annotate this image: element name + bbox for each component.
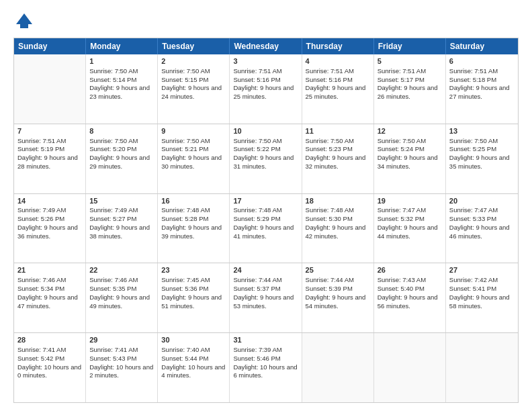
sunrise: Sunrise: 7:51 AM (17, 137, 66, 144)
daylight: Daylight: 9 hours and 27 minutes. (449, 84, 510, 100)
day-number: 19 (378, 196, 442, 206)
sunset: Sunset: 5:32 PM (378, 215, 425, 222)
calendar-cell: 4Sunrise: 7:51 AMSunset: 5:16 PMDaylight… (302, 54, 374, 124)
sunset: Sunset: 5:17 PM (378, 76, 425, 83)
sunset: Sunset: 5:43 PM (89, 355, 136, 362)
sunset: Sunset: 5:42 PM (17, 355, 64, 362)
calendar-cell: 15Sunrise: 7:49 AMSunset: 5:27 PMDayligh… (86, 194, 158, 263)
daylight: Daylight: 9 hours and 44 minutes. (378, 224, 438, 240)
sunset: Sunset: 5:19 PM (17, 145, 64, 152)
sunrise: Sunrise: 7:50 AM (89, 67, 138, 75)
daylight: Daylight: 9 hours and 32 minutes. (306, 154, 366, 170)
day-number: 21 (17, 265, 82, 275)
daylight: Daylight: 9 hours and 51 minutes. (161, 293, 222, 310)
day-number: 12 (378, 126, 442, 136)
calendar-cell: 20Sunrise: 7:47 AMSunset: 5:33 PMDayligh… (446, 194, 518, 263)
calendar-cell: 12Sunrise: 7:50 AMSunset: 5:24 PMDayligh… (374, 124, 446, 193)
daylight: Daylight: 9 hours and 53 minutes. (233, 293, 294, 310)
page: SundayMondayTuesdayWednesdayThursdayFrid… (0, 0, 532, 411)
calendar-cell: 5Sunrise: 7:51 AMSunset: 5:17 PMDaylight… (374, 54, 446, 124)
calendar-row: 28Sunrise: 7:41 AMSunset: 5:42 PMDayligh… (14, 332, 518, 402)
sunrise: Sunrise: 7:50 AM (233, 137, 281, 144)
day-number: 14 (17, 196, 82, 206)
daylight: Daylight: 9 hours and 46 minutes. (449, 224, 510, 240)
sunset: Sunset: 5:14 PM (89, 76, 136, 83)
svg-marker-0 (16, 13, 32, 24)
sunset: Sunset: 5:26 PM (17, 215, 64, 222)
daylight: Daylight: 9 hours and 36 minutes. (17, 224, 78, 240)
daylight: Daylight: 9 hours and 39 minutes. (161, 224, 222, 240)
sunrise: Sunrise: 7:41 AM (89, 346, 138, 353)
calendar-row: 14Sunrise: 7:49 AMSunset: 5:26 PMDayligh… (14, 193, 518, 263)
sunset: Sunset: 5:24 PM (378, 145, 425, 152)
sunset: Sunset: 5:44 PM (161, 355, 208, 362)
calendar-cell: 13Sunrise: 7:50 AMSunset: 5:25 PMDayligh… (446, 124, 518, 193)
calendar-row: 21Sunrise: 7:46 AMSunset: 5:34 PMDayligh… (14, 263, 518, 332)
header-cell-friday: Friday (374, 38, 446, 54)
daylight: Daylight: 9 hours and 25 minutes. (233, 84, 294, 100)
calendar-cell: 8Sunrise: 7:50 AMSunset: 5:20 PMDaylight… (86, 124, 158, 193)
calendar-cell: 31Sunrise: 7:39 AMSunset: 5:46 PMDayligh… (230, 333, 302, 402)
day-number: 31 (233, 335, 298, 345)
sunset: Sunset: 5:25 PM (449, 145, 496, 152)
header-cell-saturday: Saturday (446, 38, 518, 54)
header-cell-monday: Monday (86, 38, 158, 54)
sunrise: Sunrise: 7:45 AM (161, 276, 210, 283)
sunset: Sunset: 5:28 PM (161, 215, 208, 222)
sunrise: Sunrise: 7:51 AM (233, 67, 281, 75)
sunset: Sunset: 5:16 PM (306, 76, 353, 83)
daylight: Daylight: 9 hours and 56 minutes. (378, 293, 438, 310)
sunrise: Sunrise: 7:49 AM (17, 206, 66, 214)
day-number: 11 (306, 126, 370, 136)
sunset: Sunset: 5:21 PM (161, 145, 208, 152)
sunset: Sunset: 5:40 PM (378, 285, 425, 292)
daylight: Daylight: 9 hours and 31 minutes. (233, 154, 294, 170)
calendar-cell: 11Sunrise: 7:50 AMSunset: 5:23 PMDayligh… (302, 124, 374, 193)
sunrise: Sunrise: 7:50 AM (161, 137, 210, 144)
day-number: 28 (17, 335, 82, 345)
calendar-cell: 30Sunrise: 7:40 AMSunset: 5:44 PMDayligh… (158, 333, 230, 402)
day-number: 22 (89, 265, 154, 275)
sunset: Sunset: 5:34 PM (17, 285, 64, 292)
daylight: Daylight: 9 hours and 58 minutes. (449, 293, 510, 310)
day-number: 20 (449, 196, 515, 206)
day-number: 16 (161, 196, 226, 206)
calendar-cell (302, 333, 374, 402)
sunset: Sunset: 5:27 PM (89, 215, 136, 222)
day-number: 18 (306, 196, 370, 206)
sunset: Sunset: 5:39 PM (306, 285, 353, 292)
calendar-cell: 14Sunrise: 7:49 AMSunset: 5:26 PMDayligh… (14, 194, 86, 263)
sunset: Sunset: 5:18 PM (449, 76, 496, 83)
calendar-cell: 6Sunrise: 7:51 AMSunset: 5:18 PMDaylight… (446, 54, 518, 124)
day-number: 13 (449, 126, 515, 136)
calendar-cell: 19Sunrise: 7:47 AMSunset: 5:32 PMDayligh… (374, 194, 446, 263)
daylight: Daylight: 9 hours and 49 minutes. (89, 293, 150, 310)
calendar-cell: 17Sunrise: 7:48 AMSunset: 5:29 PMDayligh… (230, 194, 302, 263)
svg-rect-1 (20, 24, 28, 28)
day-number: 9 (161, 126, 226, 136)
calendar-row: 1Sunrise: 7:50 AMSunset: 5:14 PMDaylight… (14, 54, 518, 124)
calendar-cell: 21Sunrise: 7:46 AMSunset: 5:34 PMDayligh… (14, 263, 86, 332)
sunset: Sunset: 5:29 PM (233, 215, 280, 222)
day-number: 7 (17, 126, 82, 136)
sunset: Sunset: 5:37 PM (233, 285, 280, 292)
day-number: 23 (161, 265, 226, 275)
calendar-cell: 28Sunrise: 7:41 AMSunset: 5:42 PMDayligh… (14, 333, 86, 402)
sunset: Sunset: 5:30 PM (306, 215, 353, 222)
daylight: Daylight: 10 hours and 6 minutes. (233, 363, 297, 379)
sunrise: Sunrise: 7:51 AM (306, 67, 354, 75)
day-number: 27 (449, 265, 515, 275)
day-number: 8 (89, 126, 154, 136)
daylight: Daylight: 9 hours and 42 minutes. (306, 224, 366, 240)
sunrise: Sunrise: 7:50 AM (89, 137, 138, 144)
sunrise: Sunrise: 7:46 AM (17, 276, 66, 283)
calendar-cell: 22Sunrise: 7:46 AMSunset: 5:35 PMDayligh… (86, 263, 158, 332)
calendar: SundayMondayTuesdayWednesdayThursdayFrid… (13, 38, 519, 403)
sunrise: Sunrise: 7:44 AM (233, 276, 281, 283)
sunrise: Sunrise: 7:50 AM (449, 137, 498, 144)
daylight: Daylight: 9 hours and 47 minutes. (17, 293, 78, 310)
calendar-cell: 25Sunrise: 7:44 AMSunset: 5:39 PMDayligh… (302, 263, 374, 332)
sunrise: Sunrise: 7:48 AM (161, 206, 210, 214)
calendar-header: SundayMondayTuesdayWednesdayThursdayFrid… (14, 38, 518, 54)
sunrise: Sunrise: 7:48 AM (233, 206, 281, 214)
